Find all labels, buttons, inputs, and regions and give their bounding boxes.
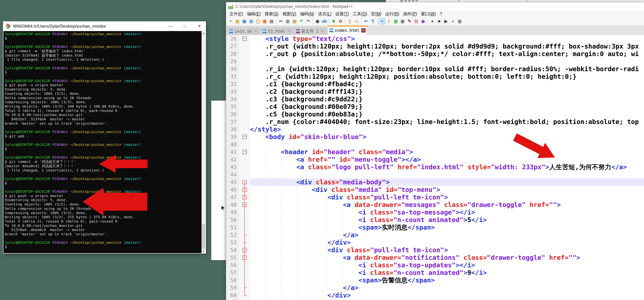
sync-horizontal-icon[interactable]: ▭ [354, 18, 360, 25]
indent-guide [296, 254, 296, 261]
saved-state-floppy-icon [229, 29, 233, 33]
code-segment: id= [312, 148, 324, 156]
menu-item-S[interactable]: 搜索(S) [263, 11, 280, 17]
document-map-icon[interactable]: ▥ [392, 18, 399, 25]
cut-icon[interactable]: ✂ [278, 18, 284, 25]
fold-collapse-icon[interactable] [242, 255, 247, 260]
menu-item-P[interactable]: 插件(P) [401, 11, 419, 17]
tab-close-icon[interactable]: ✕ [320, 29, 325, 34]
macro-stop-icon[interactable]: ■ [436, 18, 442, 25]
terminal-line: To 10.0.0.99:root/yuchao_monitor.git [5, 224, 202, 228]
line-number: 53 [226, 239, 239, 246]
toolbar-separator [276, 19, 276, 24]
find-icon[interactable]: ◉ [314, 18, 321, 25]
line-number: 41 [226, 148, 239, 156]
code-text [250, 141, 644, 148]
close-all-icon[interactable]: ▣ [262, 18, 268, 25]
fold-collapse-icon[interactable] [242, 203, 247, 207]
fold-collapse-icon[interactable] [242, 188, 247, 192]
line-number: 61 [226, 299, 239, 300]
tab-close-icon[interactable]: ✕ [254, 29, 258, 34]
sync-vertical-icon[interactable]: ▯ [346, 18, 353, 25]
tab-t1.html[interactable]: t1.html✕ [260, 27, 294, 35]
line-number: 44 [226, 171, 239, 178]
macro-play-icon[interactable]: ▶ [443, 18, 449, 25]
tab-index.html[interactable]: index.html✕ [328, 26, 368, 35]
open-file-icon[interactable]: ▨ [234, 18, 241, 25]
indent-guide [265, 186, 266, 193]
terminal-close-button[interactable]: ✕ [196, 23, 203, 30]
terminal-line: Sylar@DESKTOP-G6C412R MINGW64 ~/Desktop/… [5, 79, 202, 83]
function-list-icon[interactable]: ƒ [386, 18, 392, 25]
zoom-out-icon[interactable]: ⊖ [337, 18, 344, 25]
menu-item-?[interactable]: ? [438, 12, 444, 16]
code-text: <span>实时消息</span> [250, 224, 644, 231]
document-switcher-icon[interactable]: ▣ [399, 18, 406, 25]
indent-guide-icon[interactable]: ≡ [379, 18, 385, 25]
edit-marker-icon[interactable]: ✎ [406, 18, 413, 25]
tab-close-icon[interactable]: ✕ [287, 29, 292, 34]
undo-icon[interactable]: ↶ [298, 18, 304, 25]
fold-collapse-icon[interactable] [242, 135, 247, 139]
code-segment [382, 186, 386, 193]
msys2-logo-icon [5, 23, 11, 29]
show-all-characters-icon[interactable]: ¶ [370, 18, 376, 25]
menu-item-V[interactable]: 视图(V) [280, 11, 298, 17]
indent-guide [312, 269, 312, 276]
menu-item-W[interactable]: 窗口(W) [419, 11, 438, 17]
terminal-minimize-button[interactable]: — [167, 23, 175, 30]
view-eye-icon[interactable]: ◉ [420, 18, 426, 25]
macro-run-multiple-icon[interactable]: » [450, 18, 456, 25]
menu-item-F[interactable]: 文件(F) [228, 11, 245, 17]
code-segment: "width: 233px" [491, 163, 545, 171]
new-file-icon[interactable]: + [228, 18, 234, 25]
code-text: </style> [250, 126, 644, 133]
zoom-in-icon[interactable]: ⊕ [330, 18, 337, 25]
menu-item-M[interactable]: 宏(M) [369, 11, 384, 17]
fold-collapse-icon[interactable] [242, 37, 247, 41]
folder-workspace-icon[interactable]: ▧ [413, 18, 420, 25]
word-wrap-icon[interactable]: ↩ [363, 18, 369, 25]
menu-item-O[interactable]: 工具(O) [351, 11, 369, 17]
terminal-scrollbar-thumb[interactable] [202, 224, 205, 249]
indent-guide [312, 246, 312, 254]
line-number: 46 [226, 186, 239, 193]
indent-guide [312, 201, 312, 209]
save-all-icon[interactable]: ▦ [248, 18, 254, 25]
indent-guide [296, 276, 296, 284]
terminal-maximize-button[interactable]: □ [181, 23, 189, 30]
fold-collapse-icon[interactable] [242, 180, 247, 184]
macro-record-icon[interactable]: ● [429, 18, 436, 25]
menu-item-R[interactable]: 运行(R) [384, 11, 401, 17]
fold-collapse-icon[interactable] [242, 195, 247, 199]
print-icon[interactable]: ▤ [268, 18, 275, 25]
scroll-up-icon[interactable]: ▲ [202, 31, 206, 35]
menu-item-L[interactable]: 语言(L) [316, 11, 333, 17]
line-number: 33 [226, 88, 239, 95]
fold-collapse-icon[interactable] [242, 150, 247, 154]
indent-guide [312, 291, 312, 299]
notepadpp-title-bar[interactable]: C:\Users\Sylar\Desktop\yuchao_monitor\in… [226, 2, 644, 11]
code-line: 38</style> [226, 126, 644, 133]
menu-item-E[interactable]: 编辑(E) [245, 11, 263, 17]
redo-icon[interactable]: ↷ [305, 18, 312, 25]
tab-close-icon[interactable]: ✕ [361, 28, 366, 33]
code-segment: id= [386, 186, 398, 193]
menu-item-T[interactable]: 设置(T) [334, 11, 351, 17]
menu-item-N[interactable]: 编码(N) [298, 11, 316, 17]
save-icon[interactable]: ▦ [241, 18, 248, 25]
terminal-scrollbar[interactable]: ▲ ▼ [202, 31, 206, 253]
replace-icon[interactable]: ab [321, 18, 328, 25]
code-segment: "logo pull-left" [331, 163, 394, 171]
code-line: 49<i class="sa-top-message"></i> [226, 209, 644, 216]
copy-icon[interactable]: ▣ [284, 18, 291, 25]
fold-collapse-icon[interactable] [242, 248, 247, 252]
scroll-down-icon[interactable]: ▼ [202, 249, 206, 253]
paste-icon[interactable]: ▤ [291, 18, 298, 25]
code-editor[interactable]: 26<style type="text/css">27.r_out {width… [226, 35, 644, 300]
line-number: 36 [226, 111, 239, 118]
tab-新文件 1[interactable]: 新文件 1✕ [294, 27, 327, 35]
close-icon[interactable]: ▢ [255, 18, 261, 25]
macro-save-icon[interactable]: ▦ [456, 18, 463, 25]
tab-init.sh[interactable]: init.sh✕ [227, 27, 260, 35]
